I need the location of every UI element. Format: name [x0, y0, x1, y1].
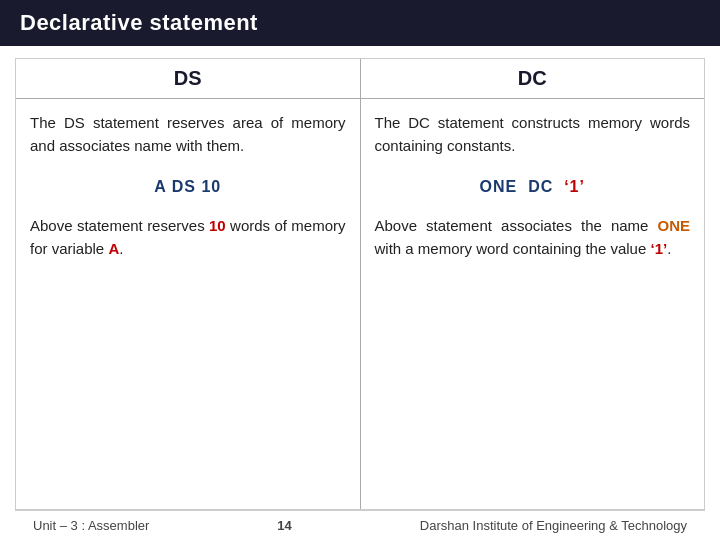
main-table: DS DC The DS statement reserves area of …: [15, 58, 705, 510]
footer-institute: Darshan Institute of Engineering & Techn…: [420, 518, 687, 533]
dc-before-one: Above statement associates the name: [375, 217, 658, 234]
footer-page: 14: [277, 518, 291, 533]
dc-intro-span: The DC statement constructs memory words…: [375, 114, 691, 154]
content-area: DS DC The DS statement reserves area of …: [0, 46, 720, 540]
dc-after-one: with a memory word containing the value: [375, 240, 651, 257]
ds-code: A DS 10: [30, 178, 346, 196]
ds-intro-text: The DS statement reserves area of memory…: [30, 111, 346, 158]
ds-intro-span: The DS statement reserves area of memory…: [30, 114, 346, 154]
page: Declarative statement DS DC The DS state…: [0, 0, 720, 540]
dc-code: ONE DC ‘1’: [375, 178, 691, 196]
dc-explanation: Above statement associates the name ONE …: [375, 214, 691, 261]
dc-column: The DC statement constructs memory words…: [361, 99, 705, 509]
footer-unit: Unit – 3 : Assembler: [33, 518, 149, 533]
dc-end-period: .: [667, 240, 671, 257]
ds-column: The DS statement reserves area of memory…: [16, 99, 361, 509]
ds-highlight-a: A: [108, 240, 119, 257]
ds-explanation: Above statement reserves 10 words of mem…: [30, 214, 346, 261]
dc-one-highlight: ONE: [657, 217, 690, 234]
dc-quote-highlight: ‘1’: [650, 240, 667, 257]
ds-highlight-10: 10: [209, 217, 226, 234]
table-header-row: DS DC: [16, 59, 704, 99]
table-body: The DS statement reserves area of memory…: [16, 99, 704, 509]
ds-header: DS: [16, 59, 361, 98]
dc-header: DC: [361, 59, 705, 98]
dc-code-quote: ‘1’: [564, 178, 585, 195]
footer: Unit – 3 : Assembler 14 Darshan Institut…: [15, 510, 705, 540]
page-title: Declarative statement: [0, 0, 720, 46]
title-text: Declarative statement: [20, 10, 258, 35]
dc-intro-text: The DC statement constructs memory words…: [375, 111, 691, 158]
